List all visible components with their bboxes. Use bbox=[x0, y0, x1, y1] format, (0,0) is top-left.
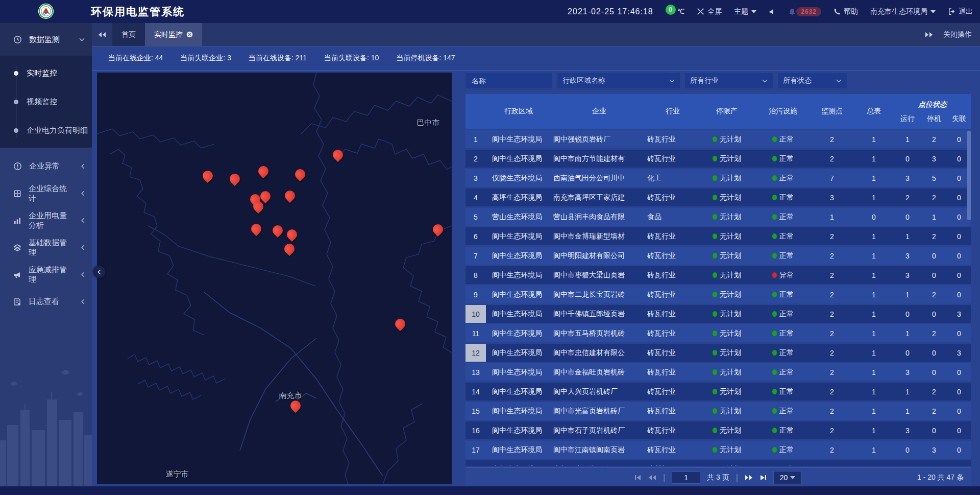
cell-total-meters: 1 bbox=[853, 266, 894, 284]
table-row[interactable]: 12 阆中生态环境局 阆中市忠信建材有限公 砖瓦行业 无计划 正常 2 1 0 … bbox=[465, 344, 971, 362]
stats-bar: 当前在线企业: 44 当前失联企业: 3 当前在线设备: 211 当前失联设备:… bbox=[92, 46, 980, 70]
sidebar: 数据监测 实时监控 视频监控 bbox=[0, 23, 92, 486]
cell-company: 阆中市忠信建材有限公 bbox=[551, 344, 647, 362]
next-page-icon[interactable] bbox=[745, 475, 753, 481]
logout-icon bbox=[948, 8, 955, 15]
cell-company: 阆中市五马桥页岩机砖 bbox=[551, 324, 647, 342]
status-dot-icon bbox=[772, 408, 777, 414]
table-row[interactable]: 1 阆中生态环境局 阆中强锐页岩砖厂 砖瓦行业 无计划 正常 2 1 1 2 0 bbox=[465, 130, 971, 148]
cell-facility-status: 正常 bbox=[755, 130, 811, 148]
sidebar-subitem[interactable]: 企业电力负荷明细 bbox=[0, 116, 92, 145]
logout-button[interactable]: 退出 bbox=[948, 7, 973, 16]
table-row[interactable]: 18 南部生态环境局 南部县水泥有限公司 建材加工 无计划 正常 5 0 0 5… bbox=[465, 460, 971, 466]
table-row[interactable]: 17 阆中生态环境局 阆中市江南镇阆南页岩 砖瓦行业 无计划 正常 2 1 0 … bbox=[465, 441, 971, 459]
map-city-label: 南充市 bbox=[279, 391, 302, 400]
table-row[interactable]: 16 阆中生态环境局 阆中市石子页岩机砖厂 砖瓦行业 无计划 正常 2 1 3 … bbox=[465, 421, 971, 439]
table-row[interactable]: 13 阆中生态环境局 阆中市金福旺页岩机砖 砖瓦行业 无计划 正常 2 1 3 … bbox=[465, 363, 971, 381]
status-dot-icon bbox=[772, 175, 777, 181]
close-operations-button[interactable]: 关闭操作 bbox=[943, 30, 972, 39]
first-page-icon[interactable] bbox=[634, 475, 642, 481]
page-size-select[interactable]: 20 bbox=[773, 471, 802, 484]
theme-dropdown[interactable]: 主题 bbox=[734, 7, 756, 16]
stat-value: 147 bbox=[443, 54, 455, 62]
industry-filter-select[interactable]: 所有行业 bbox=[685, 73, 773, 88]
cell-industry: 砖瓦行业 bbox=[647, 383, 698, 400]
sidebar-item[interactable]: 企业异常 bbox=[0, 153, 92, 180]
previous-page-icon[interactable] bbox=[648, 475, 656, 481]
cell-region: 营山生态环境局 bbox=[486, 208, 551, 226]
cell-row-number: 16 bbox=[465, 421, 486, 439]
cell-industry: 砖瓦行业 bbox=[647, 324, 698, 342]
cell-row-number: 9 bbox=[465, 286, 486, 303]
last-page-icon[interactable] bbox=[760, 475, 767, 481]
tab[interactable]: 首页 bbox=[112, 23, 145, 46]
sidebar-subitem[interactable]: 视频监控 bbox=[0, 87, 92, 116]
map[interactable]: 巴中市南充市遂宁市 bbox=[97, 73, 452, 484]
table-row[interactable]: 15 阆中生态环境局 阆中市光富页岩机砖厂 砖瓦行业 无计划 正常 2 1 1 … bbox=[465, 402, 971, 420]
cell-row-number: 12 bbox=[465, 344, 486, 362]
table-row[interactable]: 14 阆中生态环境局 阆中大兴页岩机砖厂 砖瓦行业 无计划 正常 2 1 1 2… bbox=[465, 383, 971, 400]
tab[interactable]: 实时监控 bbox=[145, 23, 202, 46]
table-row[interactable]: 5 营山生态环境局 营山县润丰肉食品有限 食品 无计划 正常 1 0 0 1 0 bbox=[465, 208, 971, 226]
table-row[interactable]: 4 高坪生态环境局 南充市高坪区王家店建 砖瓦行业 无计划 正常 3 1 2 2… bbox=[465, 188, 971, 206]
table-row[interactable]: 3 仪陇生态环境局 西南油气田分公司川中 化工 无计划 正常 7 1 3 5 0 bbox=[465, 169, 971, 187]
sub-column-header: 停机 bbox=[921, 109, 947, 129]
notifications-button[interactable]: 2632 bbox=[788, 7, 821, 16]
cell-production-status: 无计划 bbox=[698, 169, 755, 187]
cell-stopped: 0 bbox=[921, 247, 947, 265]
cell-row-number: 14 bbox=[465, 383, 486, 400]
cell-stopped: 2 bbox=[921, 324, 947, 342]
table-row[interactable]: 9 阆中生态环境局 阆中市二龙长宝页岩砖 砖瓦行业 无计划 正常 2 1 1 2… bbox=[465, 286, 971, 303]
table-row[interactable]: 11 阆中生态环境局 阆中市五马桥页岩机砖 砖瓦行业 无计划 正常 2 1 1 … bbox=[465, 324, 971, 342]
sidebar-item[interactable]: 应急减排管理 bbox=[0, 261, 92, 288]
sidebar-item-label: 应急减排管理 bbox=[29, 265, 74, 285]
sidebar-item-label: 企业异常 bbox=[29, 161, 60, 171]
tab-close-icon[interactable] bbox=[186, 31, 193, 38]
region-filter-select[interactable]: 行政区域名称 bbox=[557, 73, 680, 88]
map-collapse-button[interactable] bbox=[93, 266, 105, 278]
table-row[interactable]: 10 阆中生态环境局 阆中千佛镇五郎垭页岩 砖瓦行业 无计划 正常 2 1 0 … bbox=[465, 305, 971, 323]
table-scrollbar-thumb[interactable] bbox=[967, 131, 971, 220]
stat-label: 当前失联企业: bbox=[180, 54, 227, 62]
cell-production-status: 无计划 bbox=[698, 227, 755, 245]
sidebar-item-data-monitoring[interactable]: 数据监测 bbox=[0, 23, 92, 56]
sidebar-item[interactable]: 企业综合统计 bbox=[0, 180, 92, 207]
sidebar-item[interactable]: 基础数据管理 bbox=[0, 234, 92, 261]
header-actions: 2021-02-25 17:46:18 0 ℃ 全屏 主题 2632 bbox=[568, 0, 973, 23]
cell-industry: 砖瓦行业 bbox=[647, 305, 698, 323]
chart-icon bbox=[13, 217, 21, 225]
mute-button[interactable] bbox=[769, 8, 776, 15]
status-dot-icon bbox=[772, 428, 777, 433]
sidebar-submenu: 实时监控 视频监控 企业电力负荷明细 bbox=[0, 56, 92, 148]
sidebar-item-label: 企业综合统计 bbox=[29, 184, 74, 203]
fullscreen-button[interactable]: 全屏 bbox=[697, 7, 722, 16]
table-header: 行政区域企业行业停限产治污设施监测点总表 点位状态 运行停机失联 bbox=[465, 94, 971, 129]
table-row[interactable]: 8 阆中生态环境局 阆中市枣碧大梁山页岩 砖瓦行业 无计划 异常 2 1 3 0… bbox=[465, 266, 971, 284]
table-row[interactable]: 6 阆中生态环境局 阆中市金博瑞新型墙材 砖瓦行业 无计划 正常 2 1 1 2… bbox=[465, 227, 971, 245]
table-row[interactable]: 2 阆中生态环境局 阆中市南方节能建材有 砖瓦行业 无计划 正常 2 1 0 3… bbox=[465, 150, 971, 168]
cell-company: 阆中大兴页岩机砖厂 bbox=[551, 383, 647, 400]
stat-label: 当前停机设备: bbox=[396, 54, 443, 62]
help-button[interactable]: 帮助 bbox=[834, 7, 858, 16]
sidebar-item[interactable]: 企业用电量分析 bbox=[0, 207, 92, 234]
status-dot-icon bbox=[772, 233, 777, 239]
sidebar-item[interactable]: 日志查看 bbox=[0, 288, 92, 315]
cell-company: 阆中市金博瑞新型墙材 bbox=[551, 227, 647, 245]
cell-company: 阆中市枣碧大梁山页岩 bbox=[551, 266, 647, 284]
page-number-input[interactable] bbox=[672, 472, 700, 484]
name-filter-input[interactable] bbox=[471, 76, 547, 85]
bullet-dot-icon bbox=[14, 71, 18, 76]
org-dropdown[interactable]: 南充市生态环境局 bbox=[870, 7, 936, 16]
sidebar-subitem[interactable]: 实时监控 bbox=[0, 59, 92, 87]
status-dot-icon bbox=[772, 350, 777, 356]
cell-running: 0 bbox=[894, 344, 921, 362]
stat-value: 3 bbox=[227, 54, 231, 62]
tabs-scroll-left-icon[interactable] bbox=[92, 23, 112, 46]
cell-total-meters: 1 bbox=[853, 441, 894, 459]
cell-running: 3 bbox=[894, 421, 921, 439]
stat-value: 211 bbox=[296, 54, 307, 62]
table-row[interactable]: 7 阆中生态环境局 阆中明阳建材有限公司 砖瓦行业 无计划 正常 2 1 3 0… bbox=[465, 247, 971, 265]
tabs-scroll-right-icon[interactable] bbox=[925, 32, 933, 38]
status-filter-select[interactable]: 所有状态 bbox=[778, 73, 847, 88]
cell-industry: 砖瓦行业 bbox=[647, 286, 698, 303]
